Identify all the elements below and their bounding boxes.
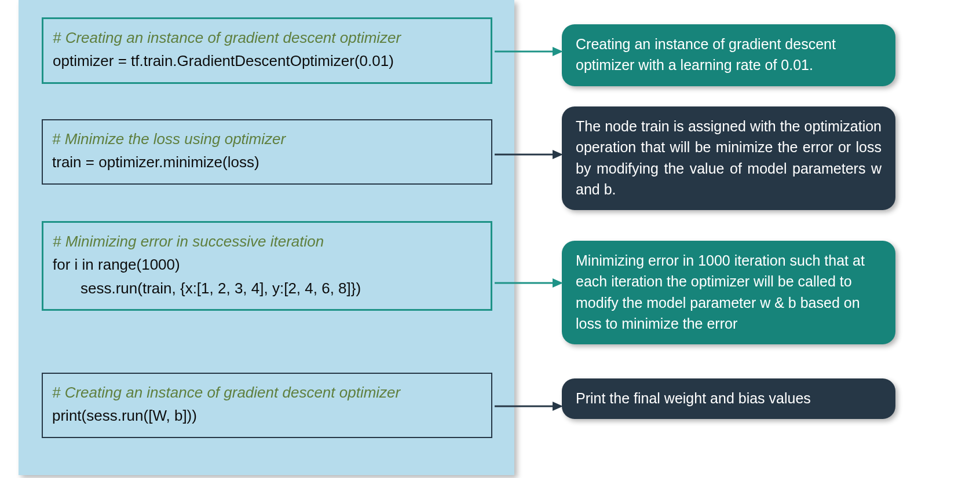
code-line: optimizer = tf.train.GradientDescentOpti… (53, 49, 481, 72)
callout-text: Creating an instance of gradient descent… (576, 36, 836, 73)
callout-1: Creating an instance of gradient descent… (562, 24, 895, 86)
code-line: for i in range(1000) (53, 253, 481, 276)
code-panel: # Creating an instance of gradient desce… (19, 0, 514, 475)
code-block-4: # Creating an instance of gradient desce… (42, 373, 492, 438)
code-block-1: # Creating an instance of gradient desce… (42, 17, 492, 84)
callout-text: Minimizing error in 1000 iteration such … (576, 252, 865, 332)
callout-text: The node train is assigned with the opti… (576, 118, 882, 197)
code-line: print(sess.run([W, b])) (52, 404, 482, 427)
callout-4: Print the final weight and bias values (562, 378, 895, 419)
callout-text: Print the final weight and bias values (576, 390, 811, 406)
code-comment: # Creating an instance of gradient desce… (52, 381, 482, 404)
code-line: sess.run(train, {x:[1, 2, 3, 4], y:[2, 4… (53, 277, 481, 300)
code-comment: # Creating an instance of gradient desce… (53, 26, 481, 49)
code-block-3: # Minimizing error in successive iterati… (42, 221, 492, 311)
callout-2: The node train is assigned with the opti… (562, 106, 895, 210)
diagram-stage: # Creating an instance of gradient desce… (0, 0, 980, 478)
callout-3: Minimizing error in 1000 iteration such … (562, 241, 895, 344)
code-line: train = optimizer.minimize(loss) (52, 150, 482, 174)
code-comment: # Minimize the loss using optimizer (52, 127, 482, 150)
code-comment: # Minimizing error in successive iterati… (53, 230, 481, 253)
code-block-2: # Minimize the loss using optimizer trai… (42, 119, 492, 185)
